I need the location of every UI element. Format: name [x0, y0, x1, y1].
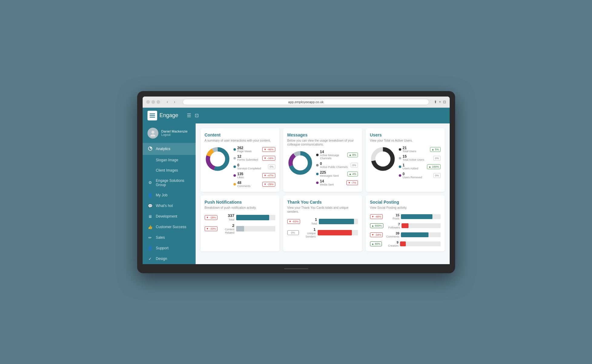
sidebar-label-engage: Engage Solutions Group	[156, 179, 191, 187]
stat-value-surveys: 0	[237, 163, 267, 167]
social-value-posts: 15	[396, 213, 399, 217]
stat-row-page-views: 262 Page Views ▼ -46%	[233, 146, 275, 153]
social-card-subtitle: View Social Posting activity.	[370, 206, 441, 210]
bar-row-content: ▼ -33% 2 ContentRelated	[205, 223, 275, 234]
social-label-followers-text: Followers	[388, 226, 400, 229]
development-icon: 🖥	[147, 214, 153, 219]
stat-label-msg-sent: Messages Sent	[320, 174, 346, 178]
bar-outer-ty-total	[319, 219, 358, 224]
badge-users-removed: 0%	[433, 173, 440, 178]
stat-value-forms: 12	[237, 155, 261, 158]
stat-row-media-sent: 14 Media Sent ▼ -7%	[316, 179, 358, 186]
svg-rect-2	[150, 117, 155, 118]
bar-label-total: 337 Total	[219, 213, 234, 221]
badge-comments: ▼ -29%	[262, 182, 275, 187]
users-card-title: Users	[370, 133, 441, 137]
dot-media-sent	[316, 182, 319, 184]
app-logo: Engage	[147, 111, 178, 120]
stat-value-active-msg: 14	[320, 150, 346, 154]
sales-icon: ✏	[147, 235, 153, 240]
push-card-subtitle: Breakdown of push notification activity.	[205, 206, 275, 210]
avatar	[147, 128, 158, 139]
sidebar-item-design[interactable]: ✓ Design	[143, 254, 196, 264]
stat-row-likes: 135 Likes ▼ -47%	[233, 172, 275, 179]
user-info: Daniel Mackenzie Logout	[161, 130, 188, 136]
stat-value-public-ch: 0	[320, 162, 349, 166]
app-title: Engage	[160, 112, 178, 119]
card-users: Users View your Total vs Active Users.	[366, 128, 445, 192]
customer-icon: 👍	[147, 225, 153, 229]
browser-actions: ⬆ + ⊡	[434, 100, 446, 104]
sidebar-item-slogan[interactable]: Slogan Image	[143, 155, 196, 165]
sidebar-label-whatshot: What's hot	[156, 204, 173, 208]
stat-value-total-users: 21	[403, 146, 429, 150]
reader-icon[interactable]: ⊡	[443, 100, 446, 104]
social-value-followers: 7	[398, 222, 400, 226]
sidebar-label-support: Support	[156, 246, 169, 250]
window-ctrl-min[interactable]	[151, 100, 155, 104]
stat-row-total-users: 21 Total Users ▲ 5%	[399, 146, 441, 153]
sidebar-item-client[interactable]: Client Images	[143, 165, 196, 175]
stat-label-users-added: Users Added	[403, 167, 426, 170]
stat-label-page-views: Page Views	[237, 150, 261, 153]
sidebar-label-myjob: My Job	[156, 193, 168, 197]
social-bar-outer-comments	[401, 232, 441, 237]
sidebar-item-myjob[interactable]: 👤 My Job	[143, 190, 196, 201]
content-stats: 262 Page Views ▼ -46% 12	[233, 146, 275, 188]
sidebar-item-development[interactable]: 🖥 Development	[143, 211, 196, 222]
badge-push-total: ▼ -18%	[205, 215, 217, 220]
social-value-creators: 9	[397, 241, 399, 244]
bar-outer-content	[236, 226, 275, 231]
engage-icon: ⚙	[147, 180, 153, 185]
sidebar-item-engage[interactable]: ⚙ Engage Solutions Group	[143, 175, 196, 190]
social-bar-outer-posts	[401, 214, 441, 219]
new-tab-icon[interactable]: +	[439, 100, 441, 104]
sidebar-label-sales: Sales	[156, 235, 165, 240]
stat-info-forms: 12 Forms Submitted	[237, 155, 261, 162]
stat-info-users-added: 1 Users Added	[403, 163, 426, 170]
badge-social-creators: ▲ 80%	[370, 241, 382, 246]
content-donut	[205, 146, 230, 173]
card-messages: Messages Below you can view the usage br…	[283, 128, 362, 192]
stat-row-surveys: 0 Surveys Completed 0%	[233, 163, 275, 170]
card-thankyou: Thank You Cards View your Thank You Card…	[283, 195, 362, 251]
myjob-icon: 👤	[147, 193, 153, 198]
app-layout: Engage ☰ ⊡	[143, 108, 450, 264]
user-section: Daniel Mackenzie Logout	[143, 123, 196, 143]
window-ctrl-close[interactable]	[146, 100, 150, 104]
sidebar-item-customer[interactable]: 👍 Customer Success	[143, 222, 196, 232]
badge-public-ch: 0%	[351, 163, 358, 168]
stat-value-users-added: 1	[403, 163, 426, 167]
window-ctrl-max[interactable]	[157, 100, 160, 104]
dot-surveys	[233, 166, 236, 168]
logo-icon	[147, 111, 157, 120]
badge-ty-unique: 0%	[287, 230, 299, 235]
expand-icon[interactable]: ⊡	[195, 113, 199, 118]
card-push: Push Notifications Breakdown of push not…	[200, 195, 279, 251]
hamburger-icon[interactable]: ☰	[187, 113, 191, 118]
forward-button[interactable]: ›	[172, 99, 178, 105]
stat-value-msg-sent: 225	[320, 171, 346, 174]
social-bar-inner-comments	[401, 232, 428, 237]
bar-outer-total	[236, 215, 275, 220]
address-bar[interactable]: app.employeeapp.co.uk	[183, 99, 429, 105]
badge-surveys: 0%	[268, 164, 275, 169]
social-card-title: Social Posting	[370, 200, 441, 205]
social-row-posts: ▼ -48% 15 Posts	[370, 213, 441, 220]
card-social: Social Posting View Social Posting activ…	[366, 195, 445, 251]
dot-page-views	[233, 148, 236, 151]
sidebar-item-support[interactable]: 👤 Support	[143, 243, 196, 254]
back-button[interactable]: ‹	[164, 99, 170, 105]
stat-row-comments: 48 Comments ▼ -29%	[233, 181, 275, 188]
whatshot-icon: 💬	[147, 204, 153, 208]
share-icon[interactable]: ⬆	[434, 100, 437, 104]
stat-value-likes: 135	[237, 172, 261, 176]
users-donut	[370, 146, 396, 173]
sidebar-item-whatshot[interactable]: 💬 What's hot	[143, 201, 196, 211]
thankyou-card-subtitle: View your Thank You Cards totals and uni…	[287, 206, 358, 214]
logout-button[interactable]: Logout	[161, 133, 188, 136]
users-card-subtitle: View your Total vs Active Users.	[370, 139, 441, 143]
sidebar-item-sales[interactable]: ✏ Sales	[143, 232, 196, 243]
browser-frame: ‹ › app.employeeapp.co.uk ⬆ + ⊡	[143, 97, 450, 264]
sidebar-item-analytics[interactable]: Analytics	[143, 143, 196, 155]
